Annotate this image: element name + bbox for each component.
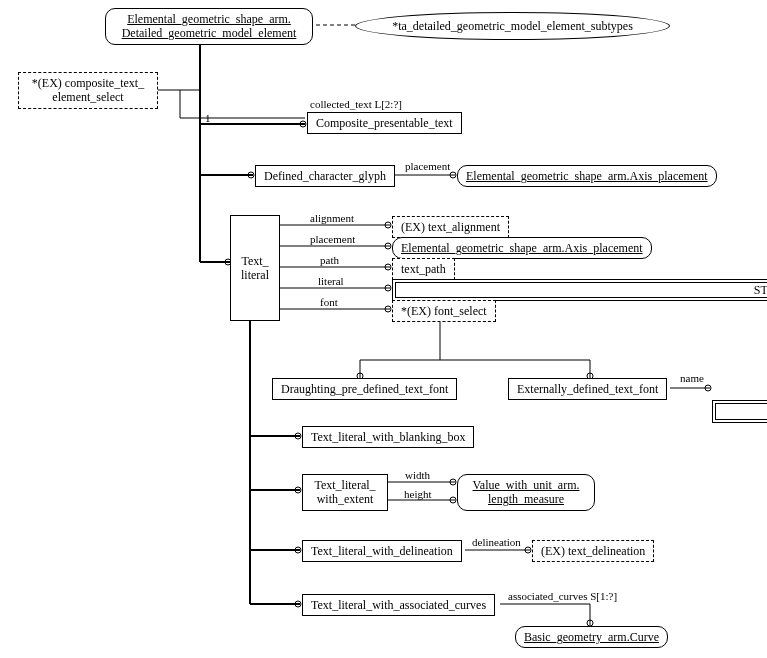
svg-point-5	[300, 121, 306, 127]
entity-composite-presentable-text: Composite_presentable_text	[307, 112, 462, 134]
entity-text-literal: Text_ literal	[230, 215, 280, 321]
tl-extent-l2: with_extent	[317, 492, 374, 506]
label-font: font	[320, 296, 338, 308]
text-path-text: text_path	[401, 262, 446, 276]
axis-placement-2-text: Elemental_geometric_shape_arm.Axis_place…	[401, 241, 643, 255]
entity-tl-delineation: Text_literal_with_delineation	[302, 540, 462, 562]
label-alignment: alignment	[310, 212, 354, 224]
text-literal-l2: literal	[239, 268, 271, 282]
font-select-text: *(EX) font_select	[401, 304, 487, 318]
externally-defined-font-text: Externally_defined_text_font	[517, 382, 658, 396]
svg-point-22	[385, 285, 391, 291]
text-delineation-text: (EX) text_delineation	[541, 544, 645, 558]
entity-axis-placement-2: Elemental_geometric_shape_arm.Axis_place…	[392, 237, 652, 259]
draughting-font-text: Draughting_pre_defined_text_font	[281, 382, 448, 396]
length-measure-l1: Value_with_unit_arm.	[473, 478, 580, 492]
label-name: name	[680, 372, 704, 384]
svg-point-24	[385, 306, 391, 312]
svg-point-43	[450, 479, 456, 485]
type-text-alignment: (EX) text_alignment	[392, 216, 509, 238]
entity-axis-placement-1: Elemental_geometric_shape_arm.Axis_place…	[457, 165, 717, 187]
label-one: 1	[205, 112, 211, 124]
composite-presentable-text: Composite_presentable_text	[316, 116, 453, 130]
entity-tl-extent: Text_literal_ with_extent	[302, 474, 388, 511]
tl-blanking-text: Text_literal_with_blanking_box	[311, 430, 465, 444]
svg-point-50	[525, 547, 531, 553]
tl-delineation-text: Text_literal_with_delineation	[311, 544, 453, 558]
composite-select-l2: element_select	[52, 90, 123, 104]
tl-assoc-curves-text: Text_literal_with_associated_curves	[311, 598, 486, 612]
select-composite-text: *(EX) composite_text_ element_select	[18, 72, 158, 109]
subtypes-text: *ta_detailed_geometric_model_element_sub…	[392, 19, 633, 33]
string-1-text: STRING	[754, 283, 767, 297]
svg-point-16	[385, 222, 391, 228]
curve-text: Basic_geometry_arm.Curve	[524, 630, 659, 644]
entity-externally-defined-font: Externally_defined_text_font	[508, 378, 667, 400]
svg-point-11	[450, 172, 456, 178]
label-height: height	[404, 488, 432, 500]
svg-point-18	[385, 243, 391, 249]
type-text-delineation: (EX) text_delineation	[532, 540, 654, 562]
type-string-2: STRING	[712, 400, 767, 422]
select-font-select: *(EX) font_select	[392, 300, 496, 322]
tl-extent-l1: Text_literal_	[314, 478, 375, 492]
entity-curve: Basic_geometry_arm.Curve	[515, 626, 668, 648]
svg-point-41	[295, 487, 301, 493]
text-literal-l1: Text_	[239, 254, 271, 268]
composite-select-l1: *(EX) composite_text_	[32, 76, 144, 90]
label-placement-1: placement	[405, 160, 450, 172]
defined-glyph-text: Defined_character_glyph	[264, 169, 386, 183]
type-text-path: text_path	[392, 258, 455, 280]
root-line1: Elemental_geometric_shape_arm.	[127, 12, 291, 26]
label-width: width	[405, 469, 430, 481]
label-assoc-curves: associated_curves S[1:?]	[508, 590, 617, 602]
svg-point-9	[248, 172, 254, 178]
svg-point-52	[295, 601, 301, 607]
text-alignment-text: (EX) text_alignment	[401, 220, 500, 234]
svg-point-20	[385, 264, 391, 270]
svg-point-36	[705, 385, 711, 391]
label-delineation: delineation	[472, 536, 521, 548]
label-placement-2: placement	[310, 233, 355, 245]
svg-point-45	[450, 497, 456, 503]
length-measure-l2: length_measure	[488, 492, 564, 506]
type-string-1: STRING	[392, 279, 767, 301]
entity-subtypes-oval: *ta_detailed_geometric_model_element_sub…	[355, 12, 670, 40]
entity-root: Elemental_geometric_shape_arm. Detailed_…	[105, 8, 313, 45]
entity-tl-blanking-box: Text_literal_with_blanking_box	[302, 426, 474, 448]
svg-point-39	[295, 433, 301, 439]
root-line2: Detailed_geometric_model_element	[122, 26, 297, 40]
svg-point-48	[295, 547, 301, 553]
entity-tl-assoc-curves: Text_literal_with_associated_curves	[302, 594, 495, 616]
label-path: path	[320, 254, 339, 266]
entity-defined-character-glyph: Defined_character_glyph	[255, 165, 395, 187]
axis-placement-1-text: Elemental_geometric_shape_arm.Axis_place…	[466, 169, 708, 183]
entity-draughting-font: Draughting_pre_defined_text_font	[272, 378, 457, 400]
label-literal: literal	[318, 275, 344, 287]
label-collected-text: collected_text L[2:?]	[310, 98, 402, 110]
type-length-measure: Value_with_unit_arm. length_measure	[457, 474, 595, 511]
